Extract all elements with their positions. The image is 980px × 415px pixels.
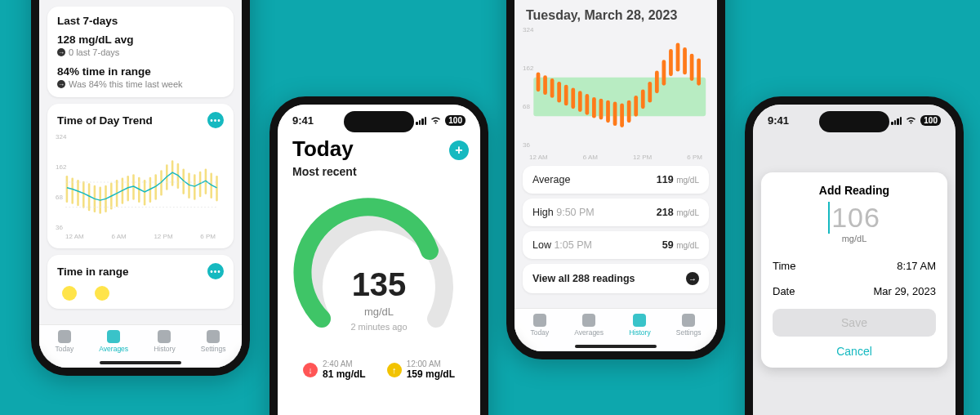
time-row[interactable]: Time8:17 AM [773, 253, 936, 279]
gear-icon [682, 314, 695, 327]
more-icon[interactable]: ••• [207, 263, 224, 279]
gear-icon [207, 330, 220, 343]
low-reading[interactable]: ↓ 2:40 AM81 mg/dL [303, 359, 366, 380]
battery-icon: 100 [445, 115, 466, 126]
tod-chart: 324 162 68 36 [57, 133, 224, 231]
cellular-icon [891, 117, 902, 125]
battery-icon: 100 [920, 115, 941, 126]
tab-today[interactable]: Today [531, 314, 550, 337]
reading-unit: mg/dL [773, 234, 936, 243]
mini-readings: ↓ 2:40 AM81 mg/dL ↑ 12:00 AM159 mg/dL [278, 359, 480, 380]
arrow-up-icon: ↑ [387, 363, 402, 377]
notch [819, 111, 889, 132]
row-high[interactable]: High 9:50 PM 218 mg/dL [523, 199, 709, 226]
more-icon[interactable]: ••• [207, 112, 224, 128]
calendar-icon [633, 314, 646, 327]
tab-settings[interactable]: Settings [676, 314, 702, 337]
notch [344, 111, 414, 132]
add-reading-modal: Add Reading 106 mg/dL Time8:17 AM DateMa… [761, 172, 947, 368]
sun-icon [533, 314, 546, 327]
high-reading[interactable]: ↑ 12:00 AM159 mg/dL [387, 359, 455, 380]
avg-sub-row: → 0 last 7-days [57, 47, 224, 57]
arrow-right-icon: → [57, 80, 65, 88]
status-time: 9:41 [292, 114, 314, 127]
tir-sub-row: → Was 84% this time last week [57, 79, 224, 89]
phone-today: 9:41 100 + Today Most recent 135 mg/dL 2… [270, 96, 488, 415]
subhead: Most recent [278, 162, 480, 181]
glucose-gauge: 135 mg/dL 2 minutes ago [278, 188, 480, 351]
tir-card: Time in range ••• [47, 255, 234, 309]
x-axis: 12 AM6 AM 12 PM6 PM [514, 154, 717, 161]
wifi-icon [905, 116, 917, 125]
tab-settings[interactable]: Settings [201, 330, 226, 353]
wifi-icon [430, 116, 442, 125]
date-row[interactable]: DateMar 29, 2023 [773, 279, 936, 304]
phone-history: Tuesday, March 28, 2023 324162 6836 [506, 0, 725, 359]
sun-icon [58, 330, 71, 343]
cancel-button[interactable]: Cancel [773, 337, 936, 359]
tab-today[interactable]: Today [56, 330, 74, 353]
gauge-time: 2 minutes ago [350, 322, 407, 332]
row-average[interactable]: Average 119 mg/dL [523, 166, 709, 194]
phone-averages: Last 7-days 128 mg/dL avg → 0 last 7-day… [31, 0, 250, 376]
tab-averages[interactable]: Averages [574, 314, 604, 337]
y-axis: 324 162 68 36 [56, 133, 66, 231]
reading-input[interactable]: 106 [828, 202, 880, 234]
home-indicator[interactable] [100, 361, 181, 364]
tod-chart-svg [57, 133, 224, 231]
modal-title: Add Reading [773, 184, 936, 197]
status-time: 9:41 [768, 114, 789, 127]
arrow-down-icon: ↓ [303, 363, 318, 377]
last7-card: Last 7-days 128 mg/dL avg → 0 last 7-day… [47, 7, 234, 97]
cellular-icon [416, 117, 426, 125]
home-indicator[interactable] [575, 345, 657, 348]
daily-chart [523, 26, 709, 149]
arrow-right-icon: → [686, 272, 699, 285]
save-button[interactable]: Save [773, 309, 936, 337]
history-date: Tuesday, March 28, 2023 [514, 0, 717, 26]
chart-icon [582, 314, 595, 327]
tab-averages[interactable]: Averages [99, 330, 128, 353]
gauge-unit: mg/dL [364, 306, 394, 318]
x-axis: 12 AM6 AM 12 PM6 PM [57, 233, 224, 240]
row-low[interactable]: Low 1:05 PM 59 mg/dL [523, 231, 709, 259]
arrow-right-icon: → [57, 48, 65, 56]
row-view-all[interactable]: View all 288 readings → [523, 264, 709, 293]
tod-trend-card: Time of Day Trend ••• 324 162 68 36 [47, 104, 234, 248]
last7-title: Last 7-days [57, 15, 224, 27]
chart-icon [107, 330, 120, 343]
calendar-icon [158, 330, 171, 343]
tod-title: Time of Day Trend [57, 114, 153, 127]
tab-history[interactable]: History [154, 330, 175, 353]
gauge-value: 135 [352, 266, 407, 303]
add-button[interactable]: + [449, 141, 469, 160]
tir-line: 84% time in range [57, 65, 224, 78]
tir2-title: Time in range [57, 266, 129, 278]
phone-add-reading: 9:41 100 Add Reading 106 mg/dL Time8:17 … [745, 96, 964, 415]
tab-history[interactable]: History [629, 314, 650, 337]
avg-line: 128 mg/dL avg [57, 33, 224, 46]
